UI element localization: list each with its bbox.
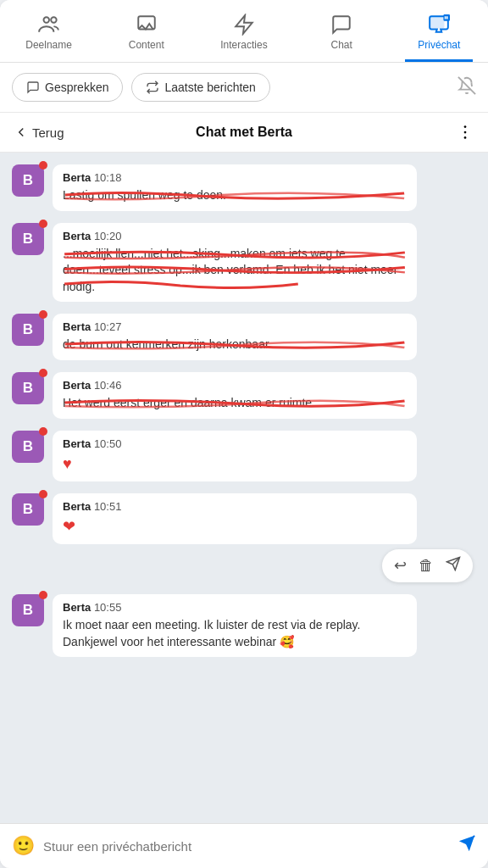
message-time: 10:27 [94,320,122,333]
back-label: Terug [32,125,64,140]
message-text: ❤ [63,516,407,537]
svg-point-9 [464,136,467,139]
emoji-button[interactable]: 🙂 [12,835,35,857]
filter-btn-gesprekken[interactable]: Gesprekken [12,73,123,102]
sender-name: Berta [63,437,91,450]
message-time: 10:46 [94,379,122,392]
svg-rect-4 [430,16,445,28]
message-row: B Berta 10:55 Ik moet naar een meeting. … [12,594,476,657]
message-time: 10:50 [94,437,122,450]
reply-action-button[interactable]: ↩ [394,556,407,575]
message-text: de burn out kenmerken zijn herkenbaar. [63,337,407,353]
send-button[interactable] [458,834,476,858]
filter-bar: Gesprekken Laatste berichten [0,63,488,113]
back-bar: Terug Chat met Berta [0,113,488,153]
nav-label-content: Content [129,39,164,51]
message-row: B Berta 10:18 Lastig om spullen weg te d… [12,164,476,211]
message-time: 10:20 [94,230,122,242]
svg-point-1 [51,17,56,22]
svg-marker-13 [459,836,474,851]
message-time: 10:18 [94,171,122,184]
top-navigation: Deelname Content Interacties Chat [0,0,488,63]
nav-item-content[interactable]: Content [113,8,180,62]
chat-messages: B Berta 10:18 Lastig om spullen weg te d… [0,153,488,823]
message-bubble: Berta 10:46 Het werd eerst erger en daar… [53,372,417,419]
message-actions-bubble: ↩ 🗑 [382,549,473,582]
svg-line-6 [458,77,475,94]
sender-name: Berta [63,320,91,333]
nav-label-deelname: Deelname [25,39,72,51]
message-bubble: Berta 10:50 ♥ [53,431,417,481]
message-bubble: Berta 10:55 Ik moet naar een meeting. Ik… [53,594,417,657]
nav-label-privechat: Privéchat [418,39,460,51]
delete-action-button[interactable]: 🗑 [419,557,434,575]
input-bar: 🙂 [0,823,488,868]
svg-marker-3 [236,15,252,34]
avatar: B [12,164,44,197]
message-time: 10:55 [94,601,122,614]
svg-point-7 [464,125,467,128]
avatar: B [12,594,44,626]
sender-name: Berta [63,230,91,242]
message-text: Lastig om spullen weg te doen. [63,187,407,204]
message-bubble: Berta 10:20 ...moeilijk llen...niet het.… [53,223,417,303]
sender-name: Berta [63,500,91,513]
svg-point-0 [43,17,49,22]
message-text: Ik moet naar een meeting. Ik luister de … [63,617,407,650]
message-bubble: Berta 10:18 Lastig om spullen weg te doe… [53,164,417,211]
message-text: ...moeilijk llen...niet het...sking...ma… [63,246,407,296]
sender-name: Berta [63,379,91,392]
notification-off-icon[interactable] [458,76,476,98]
message-text: Het werd eerst erger en daarna kwam er r… [63,395,407,412]
forward-action-button[interactable] [446,556,461,576]
chat-input[interactable] [43,839,449,854]
filter-btn-laatste-berichten[interactable]: Laatste berichten [131,73,269,102]
message-bubble: Berta 10:27 de burn out kenmerken zijn h… [53,314,417,360]
avatar: B [12,314,44,346]
nav-item-interacties[interactable]: Interacties [210,8,278,62]
message-text: ♥ [63,453,407,475]
sender-name: Berta [63,171,91,184]
message-row: B Berta 10:20 ...moeilijk llen...niet he… [12,223,476,303]
more-options-button[interactable] [359,123,474,142]
chat-title: Chat met Berta [129,125,359,140]
message-row: B Berta 10:51 ❤ [12,493,476,544]
message-bubble: Berta 10:51 ❤ [53,493,417,544]
nav-label-interacties: Interacties [220,39,267,51]
avatar: B [12,493,44,526]
nav-item-privechat[interactable]: Privéchat [405,8,473,62]
message-time: 10:51 [94,500,122,513]
sender-name: Berta [63,601,91,614]
avatar: B [12,223,44,255]
avatar: B [12,431,44,463]
nav-item-chat[interactable]: Chat [308,8,375,62]
message-row: B Berta 10:50 ♥ [12,431,476,481]
message-row: B Berta 10:27 de burn out kenmerken zijn… [12,314,476,360]
message-row: B Berta 10:46 Het werd eerst erger en da… [12,372,476,419]
nav-item-deelname[interactable]: Deelname [15,8,83,62]
back-button[interactable]: Terug [14,125,129,140]
nav-label-chat: Chat [330,39,352,51]
avatar: B [12,372,44,404]
svg-point-8 [464,131,467,134]
